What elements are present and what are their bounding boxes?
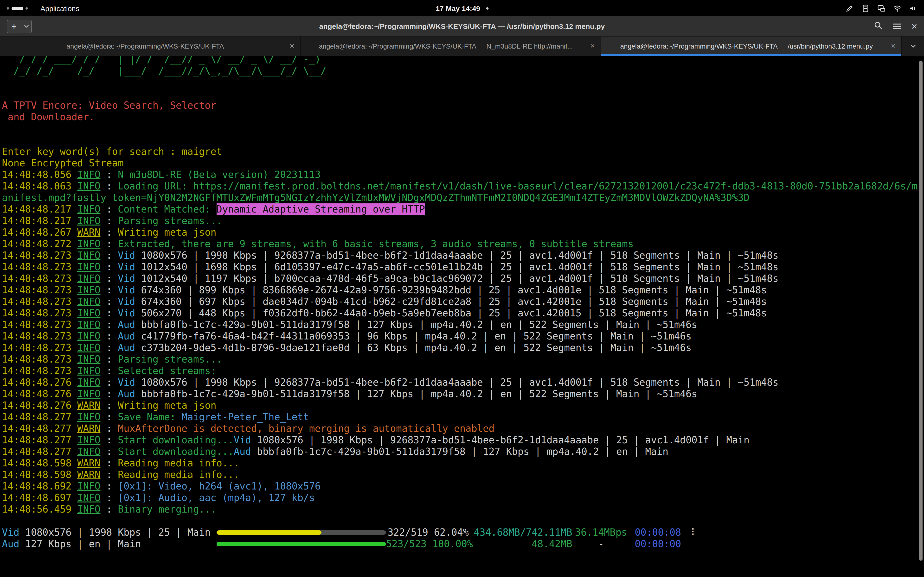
terminal-line: 14:48:48.692 INFO : [0x1]: Video, h264 (… — [2, 480, 924, 492]
applications-menu[interactable]: Applications — [40, 4, 79, 12]
workspace-dot — [26, 7, 28, 10]
clock[interactable]: 17 May 14:49 — [436, 4, 488, 12]
terminal-line: 14:48:48.598 WARN : Reading media info..… — [2, 469, 924, 480]
workspace-pill — [11, 6, 23, 10]
segment-counts: 523/523 100.00% — [386, 538, 469, 550]
terminal-line — [2, 122, 924, 134]
tab-close-button[interactable]: × — [891, 41, 896, 51]
terminal-line: /_/ /_/ /_/ |___/ /___//_/\_,_/\__/\___/… — [2, 65, 924, 76]
tab-close-button[interactable]: × — [289, 41, 294, 51]
stream-info-label: 1080x576 | 1998 Kbps | 25 | Main — [25, 527, 210, 538]
aud-progress-bar — [216, 542, 386, 546]
terminal-line — [2, 76, 924, 88]
progress-label: Vid 1080x576 | 1998 Kbps | 25 | Main — [2, 527, 216, 538]
terminal-titlebar[interactable]: + angela@fedora:~/Programming/WKS-KEYS/U… — [0, 16, 924, 37]
stream-type-label: Aud — [2, 538, 25, 550]
terminal-line: A TPTV Encore: Video Search, Selector — [2, 100, 924, 111]
download-size: 48.42MB — [469, 538, 572, 550]
terminal-line: and Downloader. — [2, 111, 924, 122]
notification-dot — [486, 7, 488, 10]
terminal-line: 14:48:48.276 WARN : Writing meta json — [2, 400, 924, 411]
vid-progress-row: Vid 1080x576 | 1998 Kbps | 25 | Main322/… — [2, 527, 924, 538]
terminal-line: 14:48:48.273 INFO : Parsing streams... — [2, 353, 924, 365]
eta-time: 00:00:08 — [635, 527, 681, 538]
terminal-line: 14:48:48.273 INFO : Aud c41779fb-fa76-46… — [2, 330, 924, 342]
download-progress-area: Vid 1080x576 | 1998 Kbps | 25 | Main322/… — [2, 527, 924, 550]
tabs-container: angela@fedora:~/Programming/WKS-KEYS/UK-… — [0, 37, 902, 56]
desktop: Applications 17 May 14:49 + — [0, 0, 924, 577]
terminal-line: 14:48:56.459 INFO : Binary merging... — [2, 503, 924, 515]
aud-progress-row: Aud 127 Kbps | en | Main523/523 100.00%4… — [2, 538, 924, 550]
download-size: 434.68MB/742.11MB — [469, 527, 572, 538]
terminal-output: / / / ___/ / / | |/ / /__// _ \/ __/ _ \… — [2, 56, 924, 527]
eta-time: 00:00:00 — [635, 538, 681, 550]
progress-label: Aud 127 Kbps | en | Main — [2, 538, 216, 550]
volume-icon[interactable] — [909, 4, 917, 12]
gnome-top-bar: Applications 17 May 14:49 — [0, 0, 924, 16]
terminal-line: 14:48:48.276 INFO : Aud bbbfa0fb-1c7c-42… — [2, 388, 924, 400]
terminal-line: 14:48:48.277 WARN : MuxAfterDone is dete… — [2, 423, 924, 434]
tab-title: angela@fedora:~/Programming/WKS-KEYS/UK-… — [319, 42, 573, 50]
terminal-line: None Encrypted Stream — [2, 157, 924, 169]
clock-label: 17 May 14:49 — [436, 4, 480, 12]
tab-title: angela@fedora:~/Programming/WKS-KEYS/UK-… — [67, 42, 224, 50]
terminal-line: / / / ___/ / / | |/ / /__// _ \/ __/ _ \… — [2, 56, 924, 65]
close-window-button[interactable]: × — [911, 21, 917, 31]
search-button[interactable] — [874, 21, 882, 32]
segment-counts: 322/519 62.04% — [386, 527, 469, 538]
tab-1[interactable]: angela@fedora:~/Programming/WKS-KEYS/UK-… — [0, 37, 300, 56]
terminal-line: 14:48:48.277 INFO : Start downloading...… — [2, 434, 924, 446]
terminal-line: 14:48:48.056 INFO : N_m3u8DL-RE (Beta ve… — [2, 169, 924, 180]
tab-close-button[interactable]: × — [590, 41, 595, 51]
new-tab-button[interactable]: + — [7, 19, 21, 33]
terminal-line: 14:48:48.272 INFO : Extracted, there are… — [2, 238, 924, 250]
scrollbar-thumb[interactable] — [919, 61, 922, 561]
system-status-area[interactable] — [846, 4, 917, 12]
terminal-line: 14:48:48.697 INFO : [0x1]: Audio, aac (m… — [2, 492, 924, 503]
terminal-line — [2, 88, 924, 100]
tab-title: angela@fedora:~/Programming/WKS-KEYS/UK-… — [620, 42, 873, 50]
terminal-line: 14:48:48.063 INFO : Loading URL: https:/… — [2, 180, 924, 192]
workspace-dot — [7, 7, 9, 10]
screen-share-icon[interactable] — [877, 4, 885, 12]
terminal-line: 14:48:48.273 INFO : Aud c373b204-9de5-4d… — [2, 342, 924, 353]
tab-bar: angela@fedora:~/Programming/WKS-KEYS/UK-… — [0, 37, 924, 56]
terminal-line: 14:48:48.217 INFO : Content Matched: Dyn… — [2, 203, 924, 215]
terminal-line — [2, 515, 924, 527]
download-speed: - — [572, 538, 630, 550]
download-speed: 36.14MBps — [572, 527, 630, 538]
tab-list-button[interactable] — [902, 37, 924, 56]
tab-3[interactable]: angela@fedora:~/Programming/WKS-KEYS/UK-… — [601, 37, 902, 56]
terminal-screen[interactable]: / / / ___/ / / | |/ / /__// _ \/ __/ _ \… — [0, 56, 924, 577]
terminal-line — [2, 134, 924, 146]
terminal-line: 14:48:48.273 INFO : Aud bbbfa0fb-1c7c-42… — [2, 319, 924, 330]
terminal-line: 14:48:48.277 INFO : Save Name: Maigret-P… — [2, 411, 924, 423]
terminal-line: 14:48:48.273 INFO : Vid 1012x540 | 1698 … — [2, 261, 924, 272]
terminal-line: 14:48:48.276 INFO : Vid 1080x576 | 1998 … — [2, 377, 924, 388]
stream-info-label: 127 Kbps | en | Main — [25, 538, 141, 550]
terminal-line: 14:48:48.217 INFO : Parsing streams... — [2, 215, 924, 226]
clipboard-icon[interactable] — [861, 4, 870, 12]
new-tab-dropdown-button[interactable] — [21, 19, 32, 33]
pen-icon[interactable] — [846, 4, 854, 12]
chevron-down-icon — [910, 44, 916, 48]
terminal-line: 14:48:48.598 WARN : Reading media info..… — [2, 457, 924, 469]
terminal-line: Enter key word(s) for search : maigret — [2, 146, 924, 157]
terminal-line: 14:48:48.273 INFO : Selected streams: — [2, 365, 924, 377]
tab-2[interactable]: angela@fedora:~/Programming/WKS-KEYS/UK-… — [300, 37, 601, 56]
terminal-line: 14:48:48.273 INFO : Vid 674x360 | 899 Kb… — [2, 284, 924, 296]
terminal-line: 14:48:48.273 INFO : Vid 1012x540 | 1197 … — [2, 272, 924, 284]
search-icon — [874, 21, 882, 29]
stream-type-label: Vid — [2, 527, 25, 538]
terminal-line: 14:48:48.273 INFO : Vid 506x270 | 448 Kb… — [2, 307, 924, 319]
vid-progress-bar — [216, 530, 386, 534]
activities-indicator[interactable] — [7, 6, 28, 10]
terminal-line: anifest.mpd?fastly_token=NjY0N2M2NGFfMTU… — [2, 192, 924, 203]
window-title: angela@fedora:~/Programming/WKS-KEYS/UK-… — [319, 22, 605, 30]
terminal-line: 14:48:48.273 INFO : Vid 674x360 | 697 Kb… — [2, 296, 924, 307]
wifi-icon[interactable] — [893, 4, 901, 12]
terminal-line: 14:48:48.273 INFO : Vid 1080x576 | 1998 … — [2, 250, 924, 261]
spinner-icon: ⠸ — [688, 527, 695, 538]
terminal-line: 14:48:48.267 WARN : Writing meta json — [2, 226, 924, 238]
menu-button[interactable] — [893, 23, 901, 29]
